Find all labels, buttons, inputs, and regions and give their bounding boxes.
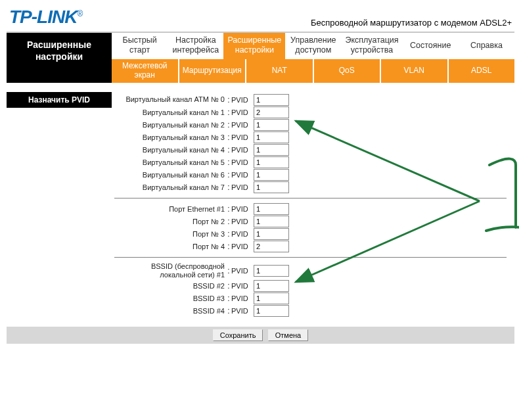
label-atm7: Виртуальный канал № 7 bbox=[114, 183, 226, 191]
row-atm5: Виртуальный канал № 5 : PVID bbox=[114, 156, 507, 168]
input-pvid-bssid4[interactable] bbox=[254, 305, 289, 317]
row-atm7: Виртуальный канал № 7 : PVID bbox=[114, 181, 507, 193]
input-pvid-eth4[interactable] bbox=[254, 241, 289, 252]
tab-interface-setup[interactable]: Настройкаинтерфейса bbox=[168, 33, 223, 59]
row-atm1: Виртуальный канал № 1 : PVID bbox=[114, 106, 507, 118]
row-atm3: Виртуальный канал № 3 : PVID bbox=[114, 131, 507, 143]
label-eth4: Порт № 4 bbox=[114, 243, 226, 250]
input-pvid-atm5[interactable] bbox=[254, 156, 289, 168]
main-tabs: Быстрыйстарт Настройкаинтерфейса Расшире… bbox=[112, 33, 514, 59]
row-bssid1: BSSID (беспроводной локальной сети) #1 :… bbox=[114, 262, 507, 279]
device-description: Беспроводной маршрутизатор с модемом ADS… bbox=[311, 18, 512, 28]
sub-tabs: Межсетевой экран Маршрутизация NAT QoS V… bbox=[112, 59, 514, 83]
row-atm6: Виртуальный канал № 6 : PVID bbox=[114, 169, 507, 181]
label-atm1: Виртуальный канал № 1 bbox=[114, 108, 226, 116]
input-pvid-bssid2[interactable] bbox=[254, 280, 289, 292]
row-eth2: Порт № 2 : PVID bbox=[114, 216, 507, 227]
save-button[interactable]: Сохранить bbox=[213, 329, 263, 341]
subtab-firewall[interactable]: Межсетевой экран bbox=[112, 59, 179, 83]
section-title: Расширенные настройки bbox=[7, 33, 112, 83]
label-bssid1: BSSID (беспроводной локальной сети) #1 bbox=[114, 262, 226, 279]
subtab-vlan[interactable]: VLAN bbox=[381, 59, 449, 83]
input-pvid-bssid3[interactable] bbox=[254, 292, 289, 304]
input-pvid-atm6[interactable] bbox=[254, 169, 289, 181]
label-atm2: Виртуальный канал № 2 bbox=[114, 121, 226, 129]
group-ethernet: Порт Ethernet #1 : PVID Порт № 2 : PVID … bbox=[114, 198, 507, 257]
input-pvid-atm1[interactable] bbox=[254, 106, 289, 118]
label-eth1: Порт Ethernet #1 bbox=[114, 205, 226, 213]
label-atm3: Виртуальный канал № 3 bbox=[114, 133, 226, 141]
row-eth1: Порт Ethernet #1 : PVID bbox=[114, 203, 507, 215]
input-pvid-eth2[interactable] bbox=[254, 216, 289, 227]
side-section-title: Назначить PVID bbox=[7, 92, 112, 108]
group-bssid: BSSID (беспроводной локальной сети) #1 :… bbox=[114, 257, 507, 321]
row-eth3: Порт № 3 : PVID bbox=[114, 228, 507, 240]
tab-access-management[interactable]: Управлениедоступом bbox=[285, 33, 341, 59]
row-atm0: Виртуальный канал ATM № 0 : PVID bbox=[114, 94, 507, 106]
brand-text: TP-LINK bbox=[9, 7, 77, 27]
subtab-qos[interactable]: QoS bbox=[314, 59, 382, 83]
tab-advanced-settings[interactable]: Расширенныенастройки bbox=[223, 33, 285, 59]
brand-reg-mark: ® bbox=[77, 9, 82, 18]
tab-maintenance[interactable]: Эксплуатацияустройства bbox=[341, 33, 402, 59]
label-atm4: Виртуальный канал № 4 bbox=[114, 146, 226, 154]
group-atm: Виртуальный канал ATM № 0 : PVID Виртуал… bbox=[114, 89, 507, 198]
subtab-adsl[interactable]: ADSL bbox=[449, 59, 515, 83]
label-bssid3: BSSID #3 bbox=[114, 294, 226, 302]
brand-logo: TP-LINK® bbox=[9, 7, 82, 28]
input-pvid-atm0[interactable] bbox=[254, 94, 289, 106]
row-atm4: Виртуальный канал № 4 : PVID bbox=[114, 144, 507, 156]
tab-status[interactable]: Состояние bbox=[403, 33, 459, 59]
input-pvid-atm4[interactable] bbox=[254, 144, 289, 156]
label-atm0: Виртуальный канал ATM № 0 bbox=[114, 95, 226, 104]
input-pvid-atm7[interactable] bbox=[254, 181, 289, 193]
tab-help[interactable]: Справка bbox=[459, 33, 514, 59]
label-bssid4: BSSID #4 bbox=[114, 307, 226, 315]
content-area: Виртуальный канал ATM № 0 : PVID Виртуал… bbox=[112, 83, 514, 321]
row-bssid2: BSSID #2 : PVID bbox=[114, 280, 507, 292]
row-bssid4: BSSID #4 : PVID bbox=[114, 305, 507, 317]
input-pvid-eth3[interactable] bbox=[254, 228, 289, 240]
pvid-label: PVID bbox=[231, 96, 254, 104]
subtab-nat[interactable]: NAT bbox=[246, 59, 314, 83]
label-bssid2: BSSID #2 bbox=[114, 282, 226, 290]
subtab-routing[interactable]: Маршрутизация bbox=[179, 59, 247, 83]
row-eth4: Порт № 4 : PVID bbox=[114, 241, 507, 252]
label-eth2: Порт № 2 bbox=[114, 218, 226, 225]
row-atm2: Виртуальный канал № 2 : PVID bbox=[114, 119, 507, 131]
input-pvid-eth1[interactable] bbox=[254, 203, 289, 215]
label-eth3: Порт № 3 bbox=[114, 230, 226, 238]
tab-quick-start[interactable]: Быстрыйстарт bbox=[112, 33, 168, 59]
label-atm5: Виртуальный канал № 5 bbox=[114, 158, 226, 166]
input-pvid-atm2[interactable] bbox=[254, 119, 289, 131]
cancel-button[interactable]: Отмена bbox=[268, 329, 308, 341]
row-bssid3: BSSID #3 : PVID bbox=[114, 292, 507, 304]
input-pvid-bssid1[interactable] bbox=[254, 265, 289, 277]
footer-bar: Сохранить Отмена bbox=[7, 327, 514, 344]
input-pvid-atm3[interactable] bbox=[254, 131, 289, 143]
label-atm6: Виртуальный канал № 6 bbox=[114, 171, 226, 179]
